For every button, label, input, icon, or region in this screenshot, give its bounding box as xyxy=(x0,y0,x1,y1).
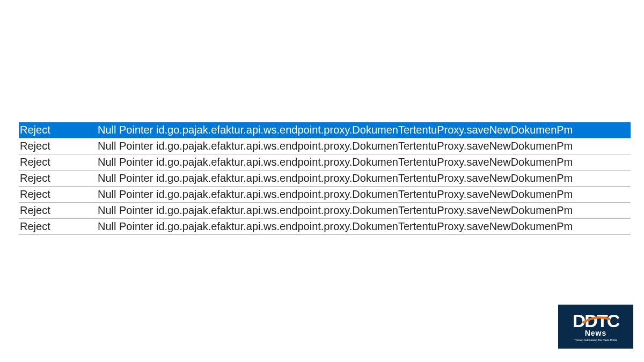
message-cell: Null Pointer id.go.pajak.efaktur.api.ws.… xyxy=(97,138,631,154)
message-cell: Null Pointer id.go.pajak.efaktur.api.ws.… xyxy=(97,203,631,219)
error-table-body: Reject Null Pointer id.go.pajak.efaktur.… xyxy=(19,122,631,235)
status-cell: Reject xyxy=(19,203,97,219)
logo-brand-text: DDTC xyxy=(573,311,619,331)
table-row[interactable]: Reject Null Pointer id.go.pajak.efaktur.… xyxy=(19,171,631,187)
table-row[interactable]: Reject Null Pointer id.go.pajak.efaktur.… xyxy=(19,122,631,138)
message-cell: Null Pointer id.go.pajak.efaktur.api.ws.… xyxy=(97,154,631,171)
ddtc-logo: DDTC News Trusted Indonesian Tax News Po… xyxy=(558,305,633,349)
table-row[interactable]: Reject Null Pointer id.go.pajak.efaktur.… xyxy=(19,203,631,219)
table-row[interactable]: Reject Null Pointer id.go.pajak.efaktur.… xyxy=(19,138,631,154)
table-row[interactable]: Reject Null Pointer id.go.pajak.efaktur.… xyxy=(19,187,631,203)
logo-brand: DDTC xyxy=(573,312,619,330)
message-cell: Null Pointer id.go.pajak.efaktur.api.ws.… xyxy=(97,219,631,235)
status-cell: Reject xyxy=(19,171,97,187)
status-cell: Reject xyxy=(19,138,97,154)
error-table[interactable]: Reject Null Pointer id.go.pajak.efaktur.… xyxy=(19,122,631,235)
message-cell: Null Pointer id.go.pajak.efaktur.api.ws.… xyxy=(97,171,631,187)
status-cell: Reject xyxy=(19,122,97,138)
logo-tagline: Trusted Indonesian Tax News Portal xyxy=(574,338,617,342)
status-cell: Reject xyxy=(19,219,97,235)
table-row[interactable]: Reject Null Pointer id.go.pajak.efaktur.… xyxy=(19,154,631,171)
message-cell: Null Pointer id.go.pajak.efaktur.api.ws.… xyxy=(97,122,631,138)
table-row[interactable]: Reject Null Pointer id.go.pajak.efaktur.… xyxy=(19,219,631,235)
message-cell: Null Pointer id.go.pajak.efaktur.api.ws.… xyxy=(97,187,631,203)
error-table-container: Reject Null Pointer id.go.pajak.efaktur.… xyxy=(19,122,631,235)
status-cell: Reject xyxy=(19,154,97,171)
status-cell: Reject xyxy=(19,187,97,203)
